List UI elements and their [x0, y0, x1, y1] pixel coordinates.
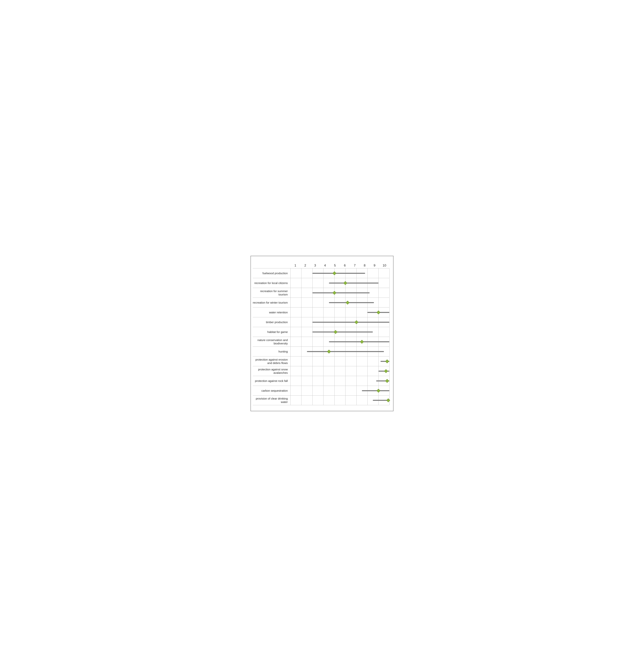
table-row: provision of clear drinking water — [253, 395, 390, 405]
grid-line — [378, 278, 379, 288]
diamond-marker — [377, 389, 380, 393]
grid-line — [378, 356, 379, 366]
grid-line — [345, 376, 346, 386]
grid-line — [378, 269, 379, 278]
table-row: timber production — [253, 317, 390, 327]
diamond-marker — [386, 398, 390, 402]
grid-line — [323, 356, 324, 366]
grid-line — [323, 396, 324, 405]
row-chart-area — [291, 269, 390, 278]
row-label: protection against snow avalanches — [253, 368, 291, 375]
grid-line — [345, 356, 346, 366]
diamond-marker — [384, 369, 388, 373]
data-bar — [329, 282, 378, 283]
row-chart-area — [291, 317, 390, 327]
row-label: recreation for summer tourism — [253, 290, 291, 296]
diamond-marker — [332, 271, 336, 275]
table-row: hunting — [253, 346, 390, 356]
grid-line — [323, 386, 324, 395]
row-chart-area — [291, 366, 390, 376]
data-bar — [312, 322, 390, 323]
row-label: timber production — [253, 321, 291, 324]
axis-label: 3 — [310, 264, 320, 267]
data-bar — [362, 390, 390, 391]
grid-line — [378, 288, 379, 297]
axis-label: 4 — [320, 264, 330, 267]
grid-line — [323, 308, 324, 317]
data-bar — [329, 341, 390, 342]
axis-label: 9 — [369, 264, 380, 267]
grid-line — [312, 337, 313, 346]
grid-line — [323, 278, 324, 288]
axis-label: 6 — [340, 264, 350, 267]
row-chart-area — [291, 288, 390, 297]
row-label: hunting — [253, 350, 291, 353]
diamond-marker — [334, 330, 337, 334]
grid-line — [312, 298, 313, 307]
table-row: fuelwood production — [253, 268, 390, 278]
grid-line — [378, 327, 379, 337]
grid-line — [312, 278, 313, 288]
data-rows: fuelwood productionrecreation for local … — [253, 268, 390, 405]
grid-line — [323, 376, 324, 386]
table-row: water retention — [253, 307, 390, 317]
grid-line — [312, 376, 313, 386]
axis-label: 10 — [379, 264, 390, 267]
grid-line — [323, 366, 324, 376]
row-label: carbon sequestration — [253, 389, 291, 392]
table-row: protection against snow avalanches — [253, 366, 390, 376]
grid-line — [345, 308, 346, 317]
row-chart-area — [291, 337, 390, 346]
grid-line — [345, 386, 346, 395]
table-row: protection against erosion and debris fl… — [253, 356, 390, 366]
table-row: habitat for game — [253, 327, 390, 337]
grid-line — [312, 386, 313, 395]
row-label: protection against erosion and debris fl… — [253, 358, 291, 365]
axis-label: 8 — [360, 264, 369, 267]
axis-row: 12345678910 — [291, 264, 390, 267]
diamond-marker — [385, 359, 389, 363]
axis-label: 1 — [291, 264, 300, 267]
data-bar — [312, 331, 373, 332]
row-chart-area — [291, 376, 390, 386]
grid-line — [312, 308, 313, 317]
diamond-marker — [360, 340, 364, 344]
table-row: recreation for winter tourism — [253, 297, 390, 307]
table-row: carbon sequestration — [253, 386, 390, 395]
row-label: habitat for game — [253, 330, 291, 334]
grid-line — [334, 308, 335, 317]
chart-container: 12345678910 fuelwood productionrecreatio… — [250, 256, 394, 411]
row-chart-area — [291, 308, 390, 317]
grid-line — [334, 366, 335, 376]
table-row: nature conservation and biodiversity — [253, 337, 390, 346]
axis-label: 2 — [300, 264, 310, 267]
grid-line — [378, 298, 379, 307]
row-chart-area — [291, 386, 390, 395]
row-label: water retention — [253, 311, 291, 314]
grid-line — [312, 356, 313, 366]
grid-line — [334, 386, 335, 395]
diamond-marker — [377, 311, 380, 314]
row-label: nature conservation and biodiversity — [253, 338, 291, 345]
table-row: recreation for summer tourism — [253, 288, 390, 297]
row-chart-area — [291, 278, 390, 288]
diamond-marker — [346, 301, 349, 305]
axis-label: 7 — [350, 264, 360, 267]
grid-line — [312, 396, 313, 405]
row-chart-area — [291, 327, 390, 337]
grid-line — [345, 396, 346, 405]
grid-line — [345, 366, 346, 376]
data-bar — [307, 351, 384, 352]
row-label: recreation for winter tourism — [253, 301, 291, 304]
row-label: fuelwood production — [253, 272, 291, 275]
row-chart-area — [291, 396, 390, 405]
diamond-marker — [327, 350, 331, 354]
table-row: recreation for local citizens — [253, 278, 390, 288]
row-chart-area — [291, 356, 390, 366]
row-label: recreation for local citizens — [253, 281, 291, 285]
row-chart-area — [291, 347, 390, 356]
diamond-marker — [385, 379, 389, 383]
axis-label: 5 — [330, 264, 340, 267]
data-bar — [312, 273, 365, 274]
diamond-marker — [344, 281, 347, 285]
